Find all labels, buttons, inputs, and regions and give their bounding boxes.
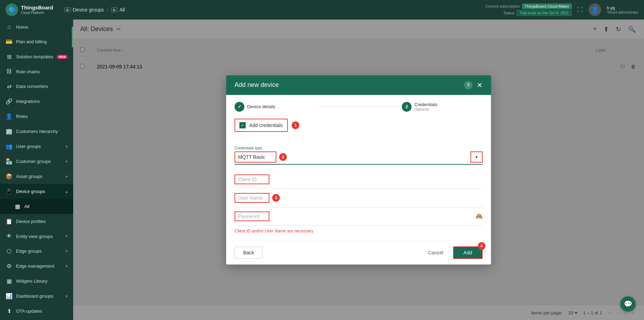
- device-groups-icon: ▦: [64, 7, 71, 12]
- all-icon: ▦: [111, 7, 117, 12]
- home-icon: ⌂: [6, 24, 13, 30]
- step-2-circle: 2: [402, 102, 412, 112]
- sidebar-item-scheduler[interactable]: 📅 Scheduler: [0, 319, 73, 320]
- modal-footer: Back Cancel 4 Add: [226, 240, 491, 265]
- chevron-down-icon: ▾: [66, 174, 68, 179]
- topbar: 🔷 ThingsBoard Cloud Platform ▦ Device gr…: [0, 0, 644, 20]
- customers-hierarchy-icon: 🏢: [6, 128, 13, 135]
- client-id-field: Client ID: [235, 170, 483, 189]
- subscription-info: Current subscription ThingsBoard Cloud M…: [485, 3, 572, 16]
- logo-text: ThingsBoard Cloud Platform: [21, 5, 53, 15]
- password-field: Password 🙈: [235, 207, 483, 226]
- username-field: User Name 3: [235, 189, 483, 207]
- chevron-down-icon: ▾: [66, 264, 68, 269]
- dropdown-button[interactable]: ▾: [470, 151, 483, 163]
- breadcrumb-device-groups[interactable]: ▦ Device groups: [64, 7, 104, 13]
- credentials-type-row: MQTT Basic 2 ▾: [235, 151, 483, 165]
- sidebar-item-integrations[interactable]: 🔗 Integrations: [0, 94, 73, 109]
- chevron-down-icon: ▾: [475, 154, 478, 160]
- sidebar-item-edge-management[interactable]: ⚙ Edge management ▾: [0, 259, 73, 274]
- footer-right: Cancel 4 Add: [422, 246, 483, 259]
- sidebar-item-device-groups[interactable]: 📱 Device groups ▴: [0, 184, 73, 199]
- chevron-down-icon: ▾: [66, 234, 68, 239]
- sidebar-item-customers-hierarchy[interactable]: 🏢 Customers hierarchy: [0, 124, 73, 139]
- chat-button[interactable]: 💬: [620, 296, 636, 312]
- add-credentials-checkbox[interactable]: ✓: [239, 122, 246, 128]
- device-profiles-icon: 📋: [6, 218, 13, 225]
- form-fields: Client ID User Name 3: [235, 170, 483, 233]
- logo-area: 🔷 ThingsBoard Cloud Platform: [6, 3, 53, 16]
- integrations-icon: 🔗: [6, 98, 13, 105]
- breadcrumb: ▦ Device groups › ▦ All: [64, 7, 125, 13]
- user-groups-icon: 👥: [6, 143, 13, 150]
- modal: Add new device ? ✕ ✓ Device details 2: [226, 75, 491, 265]
- edge-groups-icon: ⬡: [6, 248, 13, 254]
- username-placeholder: User Name: [235, 193, 269, 203]
- add-credentials-label: Add credentials: [249, 122, 283, 128]
- solution-templates-icon: ⊞: [6, 53, 13, 60]
- sidebar-item-roles[interactable]: 👤 Roles: [0, 109, 73, 124]
- entity-view-groups-icon: 👁: [6, 233, 13, 239]
- sidebar-item-dashboard-groups[interactable]: 📊 Dashboard groups ▾: [0, 289, 73, 304]
- status-badge: Trial ends on the Oct 9, 2021: [516, 10, 572, 16]
- subscription-badge: ThingsBoard Cloud Maker: [522, 3, 572, 9]
- logo-icon: 🔷: [6, 3, 18, 16]
- modal-header-actions: ? ✕: [464, 81, 483, 89]
- sidebar-item-plan-billing[interactable]: 💳 Plan and billing: [0, 34, 73, 49]
- step-2: 2 Credentials Optional: [402, 102, 483, 112]
- sidebar-sub-device-groups: ▦ All: [0, 199, 73, 214]
- step-2-label: Credentials Optional: [414, 102, 437, 111]
- sidebar-item-asset-groups[interactable]: 📦 Asset groups ▾: [0, 169, 73, 184]
- new-badge: NEW: [57, 55, 68, 59]
- credentials-type-section: Credentials type MQTT Basic 2 ▾: [235, 146, 483, 165]
- step-badge-3: 3: [272, 194, 280, 202]
- modal-body: ✓ Add credentials 1 Credentials type MQT…: [226, 112, 491, 240]
- stepper: ✓ Device details 2 Credentials Optional: [226, 95, 491, 112]
- sidebar-item-data-converters[interactable]: ⇄ Data converters: [0, 79, 73, 94]
- sidebar-item-home[interactable]: ⌂ Home: [0, 20, 73, 34]
- client-id-placeholder: Client ID: [235, 174, 269, 184]
- credentials-type-input[interactable]: MQTT Basic: [235, 151, 276, 163]
- cancel-button[interactable]: Cancel: [422, 247, 449, 258]
- step-line: [318, 106, 399, 107]
- asset-groups-icon: 📦: [6, 173, 13, 180]
- customer-groups-icon: 🏪: [6, 158, 13, 165]
- edge-management-icon: ⚙: [6, 263, 13, 269]
- modal-help-button[interactable]: ?: [464, 81, 473, 89]
- plan-billing-icon: 💳: [6, 38, 13, 45]
- sidebar-item-ota-updates[interactable]: ⬆ OTA updates: [0, 304, 73, 319]
- password-placeholder: Password: [235, 211, 269, 221]
- sidebar-item-device-profiles[interactable]: 📋 Device profiles: [0, 214, 73, 229]
- data-converters-icon: ⇄: [6, 83, 13, 90]
- chevron-down-icon: ▾: [66, 159, 68, 164]
- all-devices-icon: ▦: [14, 203, 21, 210]
- topbar-left: 🔷 ThingsBoard Cloud Platform ▦ Device gr…: [6, 3, 125, 16]
- expand-icon[interactable]: ⛶: [577, 7, 583, 13]
- widgets-library-icon: ▦: [6, 278, 13, 284]
- sidebar-item-solution-templates[interactable]: ⊞ Solution templates NEW: [0, 49, 73, 64]
- add-credentials-row: ✓ Add credentials: [235, 119, 288, 132]
- modal-title: Add new device: [235, 81, 279, 89]
- back-button[interactable]: Back: [235, 247, 263, 259]
- modal-overlay[interactable]: Add new device ? ✕ ✓ Device details 2: [73, 20, 644, 320]
- main-content: All: Devices ✏ + ⬆ ↻ 🔍 Created time ↓ La…: [73, 20, 644, 320]
- visibility-off-icon[interactable]: 🙈: [476, 213, 483, 219]
- credentials-type-value: MQTT Basic: [238, 154, 265, 160]
- breadcrumb-all[interactable]: ▦ All: [111, 7, 125, 13]
- sidebar-item-widgets-library[interactable]: ▦ Widgets Library: [0, 274, 73, 289]
- rule-chains-icon: ⛓: [6, 68, 13, 75]
- sidebar-item-customer-groups[interactable]: 🏪 Customer groups ▾: [0, 154, 73, 169]
- chevron-up-icon: ▴: [66, 189, 68, 194]
- ota-updates-icon: ⬆: [6, 308, 13, 314]
- avatar[interactable]: 👤: [589, 3, 601, 16]
- step-badge-2: 2: [279, 153, 287, 161]
- sidebar-item-rule-chains[interactable]: ⛓ Rule chains: [0, 64, 73, 79]
- sidebar-item-user-groups[interactable]: 👥 User groups ▾: [0, 139, 73, 154]
- sidebar-item-entity-view-groups[interactable]: 👁 Entity view groups ▾: [0, 229, 73, 244]
- modal-header: Add new device ? ✕: [226, 75, 491, 95]
- sidebar-item-edge-groups[interactable]: ⬡ Edge groups ▾: [0, 244, 73, 259]
- modal-close-button[interactable]: ✕: [477, 81, 483, 89]
- error-message: Client ID and/or User Name are necessary: [235, 229, 483, 233]
- chevron-down-icon: ▾: [66, 144, 68, 149]
- sidebar-item-device-groups-all[interactable]: ▦ All: [0, 199, 73, 214]
